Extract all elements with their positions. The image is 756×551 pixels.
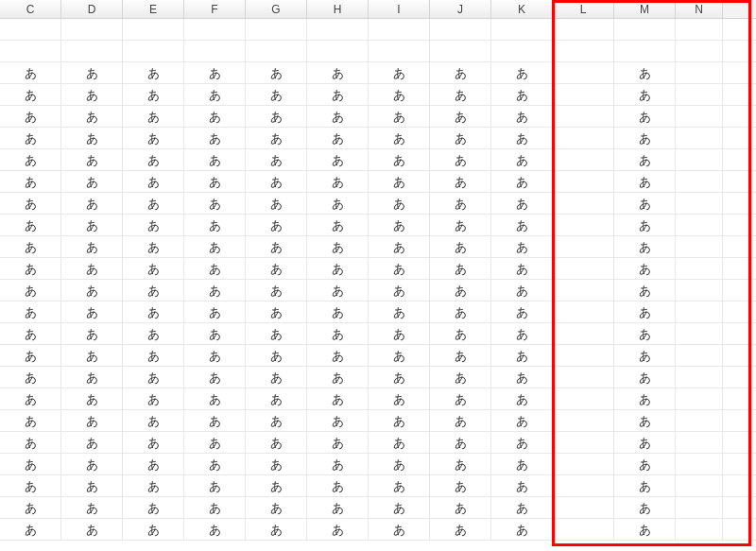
cell-l[interactable]: [553, 19, 614, 40]
cell-k[interactable]: あ: [491, 258, 553, 279]
cell-n[interactable]: [676, 345, 723, 366]
cell-l[interactable]: [553, 345, 614, 366]
cell-h[interactable]: あ: [307, 236, 369, 257]
cell-j[interactable]: あ: [430, 454, 491, 474]
cell-c[interactable]: あ: [0, 345, 61, 366]
cell-f[interactable]: あ: [184, 497, 246, 518]
cell-e[interactable]: あ: [123, 410, 184, 431]
cell-j[interactable]: あ: [430, 84, 491, 105]
cell-g[interactable]: あ: [246, 432, 307, 453]
cell-j[interactable]: あ: [430, 171, 491, 192]
cell-k[interactable]: あ: [491, 345, 553, 366]
cell-d[interactable]: あ: [61, 388, 123, 409]
cell-i[interactable]: あ: [369, 301, 430, 322]
col-header-f[interactable]: F: [184, 0, 246, 18]
cell-k[interactable]: あ: [491, 280, 553, 301]
cell-k[interactable]: あ: [491, 236, 553, 257]
cell-d[interactable]: あ: [61, 215, 123, 235]
cell-f[interactable]: [184, 41, 246, 61]
cell-i[interactable]: あ: [369, 106, 430, 127]
cell-e[interactable]: あ: [123, 388, 184, 409]
cell-m[interactable]: あ: [614, 301, 676, 322]
cell-i[interactable]: あ: [369, 84, 430, 105]
cell-k[interactable]: あ: [491, 128, 553, 148]
cell-h[interactable]: あ: [307, 62, 369, 83]
cell-f[interactable]: あ: [184, 193, 246, 214]
cell-l[interactable]: [553, 475, 614, 496]
cell-n[interactable]: [676, 19, 723, 40]
cell-d[interactable]: あ: [61, 171, 123, 192]
cell-c[interactable]: あ: [0, 475, 61, 496]
cell-n[interactable]: [676, 432, 723, 453]
cell-e[interactable]: あ: [123, 323, 184, 344]
cell-f[interactable]: あ: [184, 84, 246, 105]
cell-d[interactable]: あ: [61, 475, 123, 496]
cell-l[interactable]: [553, 301, 614, 322]
cell-h[interactable]: [307, 41, 369, 61]
cell-d[interactable]: あ: [61, 410, 123, 431]
cell-i[interactable]: あ: [369, 236, 430, 257]
cell-h[interactable]: あ: [307, 345, 369, 366]
cell-e[interactable]: あ: [123, 301, 184, 322]
cell-m[interactable]: あ: [614, 171, 676, 192]
cell-g[interactable]: あ: [246, 84, 307, 105]
cell-l[interactable]: [553, 193, 614, 214]
cell-m[interactable]: あ: [614, 497, 676, 518]
cell-n[interactable]: [676, 497, 723, 518]
cell-e[interactable]: あ: [123, 519, 184, 540]
cell-f[interactable]: あ: [184, 345, 246, 366]
cell-e[interactable]: あ: [123, 432, 184, 453]
cell-g[interactable]: あ: [246, 193, 307, 214]
cell-e[interactable]: あ: [123, 149, 184, 170]
cell-c[interactable]: あ: [0, 128, 61, 148]
cell-f[interactable]: あ: [184, 432, 246, 453]
cell-h[interactable]: あ: [307, 367, 369, 387]
cell-m[interactable]: あ: [614, 454, 676, 474]
cell-j[interactable]: あ: [430, 519, 491, 540]
cell-k[interactable]: [491, 41, 553, 61]
cell-h[interactable]: [307, 19, 369, 40]
cell-k[interactable]: あ: [491, 367, 553, 387]
cell-m[interactable]: あ: [614, 519, 676, 540]
cell-h[interactable]: あ: [307, 475, 369, 496]
cell-e[interactable]: あ: [123, 128, 184, 148]
cell-e[interactable]: あ: [123, 475, 184, 496]
cell-j[interactable]: あ: [430, 62, 491, 83]
cell-i[interactable]: [369, 41, 430, 61]
cell-n[interactable]: [676, 215, 723, 235]
cell-e[interactable]: あ: [123, 345, 184, 366]
col-header-e[interactable]: E: [123, 0, 184, 18]
cell-h[interactable]: あ: [307, 301, 369, 322]
cell-c[interactable]: あ: [0, 301, 61, 322]
cell-i[interactable]: あ: [369, 149, 430, 170]
cell-m[interactable]: あ: [614, 388, 676, 409]
cell-k[interactable]: あ: [491, 106, 553, 127]
cell-n[interactable]: [676, 258, 723, 279]
cell-k[interactable]: あ: [491, 519, 553, 540]
cell-l[interactable]: [553, 171, 614, 192]
cell-e[interactable]: あ: [123, 215, 184, 235]
cell-g[interactable]: あ: [246, 106, 307, 127]
cell-f[interactable]: あ: [184, 519, 246, 540]
cell-d[interactable]: あ: [61, 128, 123, 148]
cell-m[interactable]: あ: [614, 236, 676, 257]
col-header-m[interactable]: M: [614, 0, 676, 18]
cell-c[interactable]: あ: [0, 497, 61, 518]
cell-h[interactable]: あ: [307, 280, 369, 301]
cell-l[interactable]: [553, 258, 614, 279]
cell-m[interactable]: あ: [614, 62, 676, 83]
cell-e[interactable]: あ: [123, 193, 184, 214]
cell-l[interactable]: [553, 410, 614, 431]
col-header-j[interactable]: J: [430, 0, 491, 18]
cell-c[interactable]: あ: [0, 410, 61, 431]
cell-m[interactable]: あ: [614, 475, 676, 496]
cell-l[interactable]: [553, 128, 614, 148]
cell-f[interactable]: あ: [184, 454, 246, 474]
cell-m[interactable]: あ: [614, 367, 676, 387]
cell-l[interactable]: [553, 215, 614, 235]
cell-k[interactable]: あ: [491, 84, 553, 105]
cell-d[interactable]: [61, 19, 123, 40]
cell-n[interactable]: [676, 454, 723, 474]
cell-h[interactable]: あ: [307, 432, 369, 453]
cell-n[interactable]: [676, 193, 723, 214]
